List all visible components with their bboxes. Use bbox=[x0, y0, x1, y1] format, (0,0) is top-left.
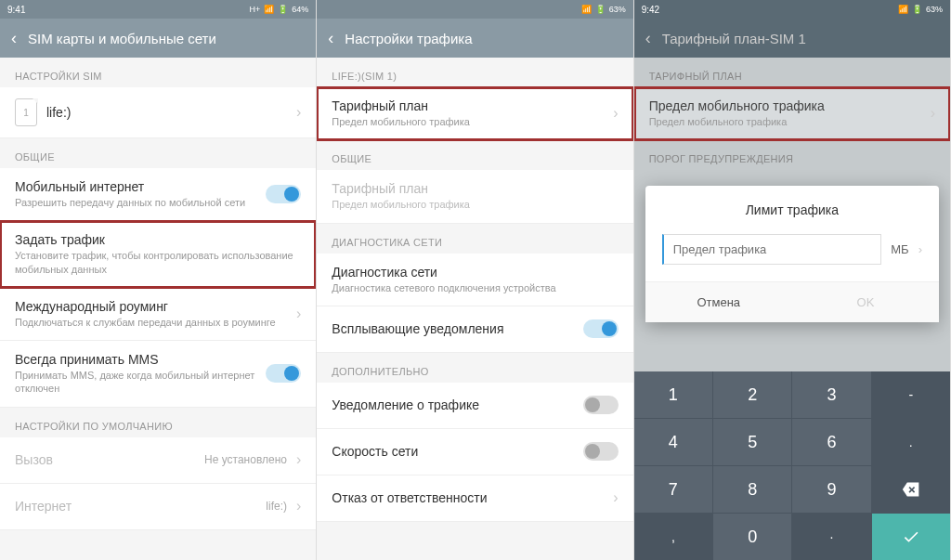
key-4[interactable]: 4 bbox=[634, 419, 712, 465]
mobile-internet-toggle[interactable] bbox=[266, 185, 301, 203]
key-5[interactable]: 5 bbox=[713, 419, 791, 465]
traffic-notification-row[interactable]: Уведомление о трафике bbox=[317, 383, 632, 429]
cancel-button[interactable]: Отмена bbox=[645, 282, 792, 322]
chevron-right-icon: › bbox=[918, 242, 922, 256]
header: ‹ Настройки трафика bbox=[317, 19, 632, 58]
status-indicators: 📶 🔋 63% bbox=[581, 5, 626, 14]
chevron-right-icon: › bbox=[296, 451, 301, 468]
section-default: НАСТРОЙКИ ПО УМОЛЧАНИЮ bbox=[0, 408, 316, 437]
diagnostics-row[interactable]: Диагностика сети Диагностика сетевого по… bbox=[317, 254, 632, 306]
back-icon[interactable]: ‹ bbox=[328, 29, 333, 48]
screen-traffic-settings: 📶 🔋 63% ‹ Настройки трафика LIFE:)(SIM 1… bbox=[317, 0, 633, 560]
traffic-limit-dialog: Лимит трафика МБ › Отмена OK bbox=[645, 186, 939, 322]
chevron-right-icon: › bbox=[296, 306, 301, 322]
sim-name: life:) bbox=[46, 105, 71, 120]
key-dot[interactable]: . bbox=[872, 419, 950, 465]
mms-row[interactable]: Всегда принимать MMS Принимать MMS, даже… bbox=[0, 341, 316, 408]
chevron-right-icon: › bbox=[613, 489, 618, 506]
chevron-right-icon: › bbox=[296, 104, 301, 121]
sim-icon: 1 bbox=[15, 98, 37, 126]
call-row[interactable]: Вызов Не установлено › bbox=[0, 437, 316, 484]
back-icon[interactable]: ‹ bbox=[645, 29, 651, 48]
key-0[interactable]: 0 bbox=[713, 514, 791, 560]
key-backspace[interactable] bbox=[872, 466, 950, 513]
section-sim: НАСТРОЙКИ SIM bbox=[0, 58, 316, 87]
key-comma[interactable]: , bbox=[634, 514, 712, 560]
status-bar: 9:41 H+ 📶 🔋 64% bbox=[0, 0, 316, 19]
key-6[interactable]: 6 bbox=[792, 419, 870, 465]
sim-row[interactable]: 1 life:) › bbox=[0, 87, 316, 138]
network-speed-row[interactable]: Скорость сети bbox=[317, 429, 632, 475]
status-time: 9:41 bbox=[7, 5, 25, 15]
section-life: LIFE:)(SIM 1) bbox=[317, 58, 632, 87]
status-bar: 📶 🔋 63% bbox=[317, 0, 632, 19]
notify-toggle[interactable] bbox=[583, 396, 619, 414]
page-title: Настройки трафика bbox=[345, 31, 472, 46]
back-icon[interactable]: ‹ bbox=[11, 29, 17, 48]
key-3[interactable]: 3 bbox=[792, 371, 870, 418]
mms-toggle[interactable] bbox=[266, 364, 301, 383]
chevron-right-icon: › bbox=[931, 105, 935, 122]
speed-toggle[interactable] bbox=[583, 442, 619, 461]
traffic-limit-input[interactable] bbox=[662, 234, 882, 265]
section-warning: ПОРОГ ПРЕДУПРЕЖДЕНИЯ bbox=[634, 140, 950, 170]
section-general: ОБЩИЕ bbox=[0, 138, 316, 168]
ok-button[interactable]: OK bbox=[792, 282, 939, 322]
header: ‹ Тарифный план-SIM 1 bbox=[634, 19, 950, 58]
popup-notifications-row[interactable]: Всплывающие уведомления bbox=[317, 306, 632, 353]
internet-default-row[interactable]: Интернет life:) › bbox=[0, 484, 316, 530]
section-general: ОБЩИЕ bbox=[317, 140, 632, 170]
status-time: 9:42 bbox=[642, 5, 659, 15]
tariff-general-row[interactable]: Тарифный план Предел мобильного трафика bbox=[317, 170, 632, 223]
roaming-row[interactable]: Международный роуминг Подключаться к слу… bbox=[0, 288, 316, 341]
key-middot[interactable]: · bbox=[792, 514, 870, 560]
numeric-keyboard: 1 2 3 - 4 5 6 . 7 8 9 , 0 · bbox=[634, 371, 950, 560]
mobile-traffic-limit-row[interactable]: Предел мобильного трафика Предел мобильн… bbox=[634, 87, 950, 140]
page-title: SIM карты и мобильные сети bbox=[28, 31, 216, 46]
status-bar: 9:42 📶 🔋 63% bbox=[634, 0, 950, 19]
set-traffic-row[interactable]: Задать трафик Установите трафик, чтобы к… bbox=[0, 221, 316, 288]
section-tariff: ТАРИФНЫЙ ПЛАН bbox=[634, 58, 950, 87]
unit-label[interactable]: МБ bbox=[891, 242, 908, 256]
key-2[interactable]: 2 bbox=[713, 371, 791, 418]
popup-toggle[interactable] bbox=[583, 319, 619, 338]
screen-tariff-plan: 9:42 📶 🔋 63% ‹ Тарифный план-SIM 1 ТАРИФ… bbox=[634, 0, 951, 560]
tariff-plan-row[interactable]: Тарифный план Предел мобильного трафика … bbox=[317, 87, 632, 140]
page-title: Тарифный план-SIM 1 bbox=[662, 31, 806, 46]
key-1[interactable]: 1 bbox=[634, 371, 712, 418]
header: ‹ SIM карты и мобильные сети bbox=[0, 19, 316, 58]
disclaimer-row[interactable]: Отказ от ответственности › bbox=[317, 475, 632, 522]
key-7[interactable]: 7 bbox=[634, 466, 712, 513]
section-diag: ДИАГНОСТИКА СЕТИ bbox=[317, 224, 632, 254]
screen-sim-settings: 9:41 H+ 📶 🔋 64% ‹ SIM карты и мобильные … bbox=[0, 0, 317, 560]
key-8[interactable]: 8 bbox=[713, 466, 791, 513]
chevron-right-icon: › bbox=[296, 498, 301, 514]
status-indicators: 📶 🔋 63% bbox=[898, 5, 943, 14]
status-indicators: H+ 📶 🔋 64% bbox=[250, 5, 309, 14]
key-9[interactable]: 9 bbox=[792, 466, 870, 513]
mobile-internet-row[interactable]: Мобильный интернет Разрешить передачу да… bbox=[0, 168, 316, 221]
key-minus[interactable]: - bbox=[872, 371, 950, 418]
section-extra: ДОПОЛНИТЕЛЬНО bbox=[317, 353, 632, 383]
key-confirm[interactable] bbox=[872, 514, 950, 560]
chevron-right-icon: › bbox=[613, 105, 618, 122]
dialog-title: Лимит трафика bbox=[645, 186, 939, 234]
